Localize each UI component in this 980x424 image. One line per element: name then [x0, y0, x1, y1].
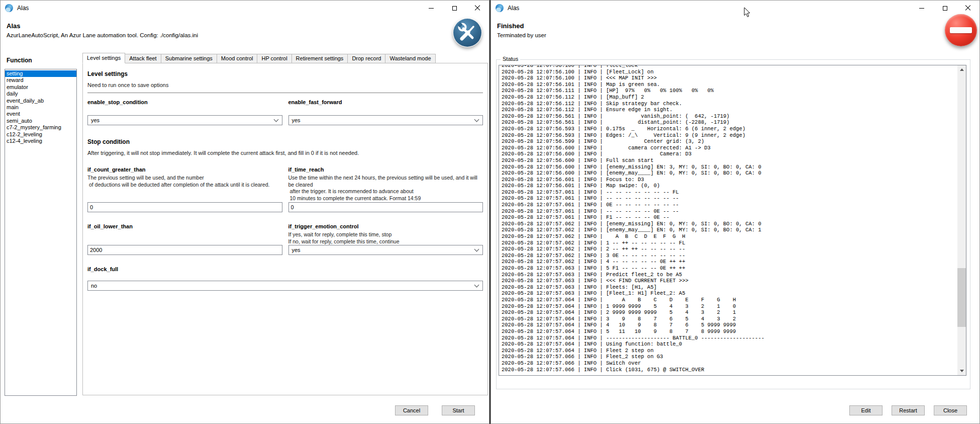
tab[interactable]: HP control: [257, 54, 291, 63]
log-line: 2020-05-28 12:07:57.066 | INFO | Fleet_2…: [502, 354, 966, 360]
log-line: 2020-05-28 12:07:56.593 | INFO | Edges: …: [502, 132, 966, 139]
stop-condition-desc: After triggering, it will not stop immed…: [87, 150, 483, 156]
minimize-icon: [919, 8, 924, 9]
alas-config-window: Alas Alas AzurLaneAutoScript, An Azur La…: [0, 0, 489, 424]
sidebar-item[interactable]: event: [5, 111, 76, 117]
maximize-button[interactable]: [443, 1, 466, 16]
enable-stop-condition-label: enable_stop_condition: [87, 99, 282, 105]
log-output[interactable]: 2020-05-28 12:07:56.100 | INFO | fleet_l…: [499, 65, 966, 376]
close-icon: [965, 5, 971, 11]
close-icon: [474, 5, 480, 11]
log-line: 2020-05-28 12:07:57.061 | INFO | -- -- -…: [502, 208, 966, 215]
log-line: 2020-05-28 12:07:56.561 | INFO | distant…: [502, 119, 966, 126]
sidebar-item[interactable]: c12-4_leveling: [5, 138, 76, 144]
log-line: 2020-05-28 12:07:57.064 | INFO | 4 10 9 …: [502, 322, 966, 328]
titlebar[interactable]: Alas: [491, 1, 979, 16]
function-list[interactable]: settingrewardemulatordailyevent_daily_ab…: [5, 69, 77, 396]
log-line: 2020-05-28 12:07:56.600 | INFO | [enemy_…: [502, 170, 966, 177]
if-count-greater-than-input[interactable]: [87, 202, 282, 212]
tools-icon: [453, 18, 482, 47]
log-line: 2020-05-28 12:07:57.064 | INFO | 3 9 8 7…: [502, 316, 966, 322]
log-line: 2020-05-28 12:07:57.062 | INFO | [enemy_…: [502, 221, 966, 227]
log-line: 2020-05-28 12:07:56.100 | INFO | <<< MAP…: [502, 75, 966, 81]
log-line: 2020-05-28 12:07:57.063 | INFO | Fleets:…: [502, 284, 966, 291]
log-line: 2020-05-28 12:07:57.063 | INFO | Predict…: [502, 272, 966, 278]
scroll-up-button[interactable]: [957, 65, 966, 74]
run-status-subtitle: Terminated by user: [497, 32, 546, 38]
log-line: 2020-05-28 12:07:56.112 | INFO | Skip st…: [502, 101, 966, 107]
sidebar-item[interactable]: c12-2_leveling: [5, 131, 76, 138]
arrow-down-icon: [960, 370, 964, 372]
restart-button[interactable]: Restart: [892, 405, 925, 415]
sidebar-item[interactable]: c7-2_mystery_farming: [5, 124, 76, 131]
minimize-icon: [429, 8, 434, 9]
if-oil-lower-than-input[interactable]: [87, 245, 282, 255]
if-count-greater-than-label: if_count_greater_than: [87, 166, 282, 173]
if-time-reach-input[interactable]: [288, 202, 483, 212]
function-label: Function: [7, 57, 32, 64]
sidebar-item[interactable]: reward: [5, 77, 76, 83]
page-subtitle: AzurLaneAutoScript, An Azur Lane automat…: [7, 32, 198, 38]
sidebar-item[interactable]: daily: [5, 91, 76, 97]
sidebar-item[interactable]: main: [5, 104, 76, 111]
sidebar-item[interactable]: setting: [5, 70, 76, 77]
log-line: 2020-05-28 12:07:57.062 | INFO | A B C D…: [502, 233, 966, 240]
start-button[interactable]: Start: [442, 405, 475, 415]
tab-bar: Level settingsAttack fleetSubmarine sett…: [82, 53, 435, 63]
stop-icon-bar: [950, 27, 972, 33]
log-line: 2020-05-28 12:07:56.100 | INFO | [Fleet_…: [502, 69, 966, 75]
log-line: 2020-05-28 12:07:56.111 | INFO | [HP] 97…: [502, 88, 966, 94]
log-line: 2020-05-28 12:07:57.064 | INFO | Using f…: [502, 341, 966, 348]
tab[interactable]: Level settings: [82, 53, 125, 63]
log-line: 2020-05-28 12:07:57.066 | INFO | Switch …: [502, 360, 966, 367]
if-trigger-emotion-control-help: If yes, wait for reply, complete this ti…: [288, 231, 483, 245]
log-line: 2020-05-28 12:07:57.062 | INFO | 4 -- --…: [502, 259, 966, 265]
tab[interactable]: Mood control: [217, 54, 258, 63]
tab[interactable]: Retirement settings: [291, 54, 348, 63]
stop-condition-heading: Stop condition: [87, 138, 483, 145]
log-line: 2020-05-28 12:07:56.600 | INFO | Full sc…: [502, 157, 966, 164]
tab[interactable]: Wasteland mode: [385, 54, 435, 63]
close-button[interactable]: [956, 1, 979, 16]
enable-stop-condition-select[interactable]: yes: [87, 115, 282, 125]
minimize-button[interactable]: [910, 1, 933, 16]
maximize-button[interactable]: [933, 1, 956, 16]
divider: [87, 93, 483, 93]
left-footer: Cancel Start: [395, 405, 475, 415]
close-run-button[interactable]: Close: [934, 405, 967, 415]
tab[interactable]: Drop record: [347, 54, 385, 63]
run-status-title: Finished: [497, 22, 524, 30]
log-scrollbar[interactable]: [957, 65, 966, 375]
tab[interactable]: Submarine settings: [161, 54, 217, 63]
scroll-down-button[interactable]: [957, 367, 966, 375]
edit-button[interactable]: Edit: [849, 405, 883, 415]
if-dock-full-label: if_dock_full: [87, 266, 483, 272]
if-dock-full-select[interactable]: no: [87, 281, 483, 291]
if-trigger-emotion-control-label: if_trigger_emotion_control: [288, 223, 483, 229]
chevron-down-icon: [474, 117, 479, 122]
cancel-button[interactable]: Cancel: [395, 405, 428, 415]
sidebar-item[interactable]: event_daily_ab: [5, 98, 76, 104]
if-trigger-emotion-control-select[interactable]: yes: [288, 245, 483, 255]
combo-value: yes: [292, 247, 301, 253]
close-button[interactable]: [466, 1, 489, 16]
sidebar-item[interactable]: semi_auto: [5, 118, 76, 124]
log-line: 2020-05-28 12:07:57.062 | INFO | [enemy_…: [502, 227, 966, 233]
minimize-button[interactable]: [420, 1, 443, 16]
log-line: 2020-05-28 12:07:57.064 | INFO | 1 9999 …: [502, 303, 966, 310]
window-controls: [910, 1, 979, 16]
right-footer: Edit Restart Close: [849, 405, 967, 415]
form-row: if_count_greater_than The previous setti…: [87, 166, 483, 212]
stop-icon: [945, 14, 977, 46]
section-subheading: Need to run once to save options: [87, 82, 483, 88]
tab[interactable]: Attack fleet: [125, 54, 161, 63]
log-line: 2020-05-28 12:07:57.064 | INFO | A B C D…: [502, 297, 966, 303]
alas-log-window: Alas Finished Terminated by user Status …: [491, 0, 980, 424]
log-line: 2020-05-28 12:07:57.062 | INFO | 3 0E --…: [502, 252, 966, 259]
log-line: 2020-05-28 12:07:57.061 | INFO | -- -- -…: [502, 189, 966, 196]
enable-fast-forward-select[interactable]: yes: [288, 115, 483, 125]
titlebar[interactable]: Alas: [1, 1, 489, 16]
scrollbar-thumb[interactable]: [957, 268, 966, 327]
window-title: Alas: [508, 5, 519, 12]
sidebar-item[interactable]: emulator: [5, 84, 76, 91]
